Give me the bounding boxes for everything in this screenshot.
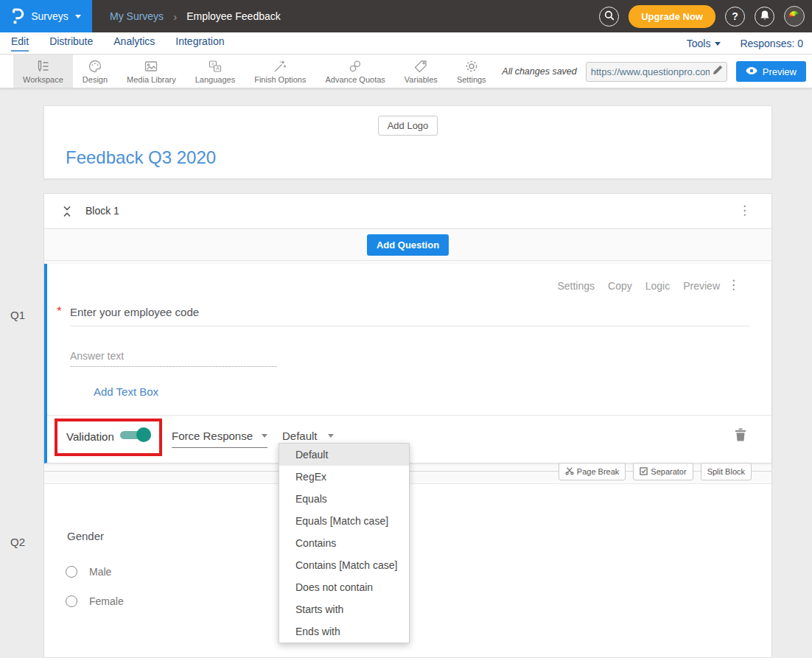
chevron-down-icon [715, 42, 721, 46]
tabbar-right: Tools Responses: 0 [687, 32, 803, 55]
product-switcher[interactable]: Surveys [0, 0, 92, 32]
dropdown-option[interactable]: RegEx [279, 466, 409, 488]
toolbar-item-languages[interactable]: x A Languages [186, 55, 245, 88]
toolbar-item-media-library[interactable]: Media Library [117, 55, 186, 88]
validation-type-value: Default [282, 430, 318, 442]
dropdown-option[interactable]: Starts with [279, 598, 409, 620]
radio-label[interactable]: Female [89, 595, 124, 607]
add-question-button[interactable]: Add Question [367, 234, 449, 256]
question-logic-link[interactable]: Logic [645, 280, 670, 292]
add-question-strip: Add Question [44, 229, 771, 261]
chevron-down-icon [262, 434, 267, 438]
scissors-icon [565, 466, 574, 477]
toolbar-label: Languages [195, 75, 235, 84]
tools-menu[interactable]: Tools [687, 38, 721, 49]
separator-button[interactable]: Separator [633, 463, 693, 480]
tab-integration[interactable]: Integration [175, 35, 224, 52]
toolbar-label: Settings [457, 75, 486, 84]
help-button[interactable]: ? [725, 7, 745, 27]
notifications-button[interactable] [755, 7, 774, 27]
preview-button[interactable]: Preview [736, 61, 806, 82]
survey-header-card: Add Logo Feedback Q3 2020 [43, 105, 772, 179]
dropdown-option[interactable]: Does not contain [279, 576, 409, 598]
question-menu: Settings Copy Logic Preview [557, 280, 720, 292]
toolbar-label: Advance Quotas [325, 75, 385, 84]
delete-question-button[interactable] [735, 428, 746, 444]
tab-edit[interactable]: Edit [11, 35, 29, 52]
autosave-status: All changes saved [502, 66, 576, 77]
upgrade-now-button[interactable]: Upgrade Now [629, 5, 715, 28]
toggle-knob [136, 427, 151, 442]
block-title[interactable]: Block 1 [85, 205, 119, 217]
account-avatar[interactable] [784, 6, 805, 27]
gear-icon [464, 59, 479, 74]
tab-analytics[interactable]: Analytics [113, 35, 155, 52]
survey-title[interactable]: Feedback Q3 2020 [66, 147, 216, 168]
dropdown-option[interactable]: Equals [Match case] [279, 510, 409, 532]
survey-url-box [586, 62, 727, 82]
toolbar-item-design[interactable]: Design [73, 55, 117, 88]
force-response-select[interactable]: Force Response [172, 430, 267, 448]
collapse-block-icon[interactable] [63, 206, 71, 220]
magic-wand-icon [273, 59, 287, 74]
toolbar-right: All changes saved Preview [502, 55, 806, 88]
question-settings-link[interactable]: Settings [557, 280, 595, 292]
split-block-button[interactable]: Split Block [701, 463, 752, 480]
tab-distribute[interactable]: Distribute [49, 35, 93, 52]
dropdown-option[interactable]: Contains [279, 532, 409, 554]
separator-label: Separator [651, 467, 686, 476]
page-break-button[interactable]: Page Break [559, 463, 626, 480]
toolbar-item-workspace[interactable]: Workspace [13, 55, 73, 88]
edit-url-pencil-icon[interactable] [713, 65, 722, 78]
breadcrumb-my-surveys[interactable]: My Surveys [110, 10, 164, 22]
radio-label[interactable]: Male [89, 566, 111, 578]
preview-label: Preview [763, 66, 797, 77]
add-text-box-link[interactable]: Add Text Box [94, 385, 158, 398]
radio-button-female[interactable] [66, 595, 77, 607]
answer-text-placeholder[interactable]: Answer text [70, 350, 124, 362]
svg-text:A: A [216, 66, 220, 71]
breadcrumb-current-survey: Employee Feedback [186, 10, 281, 22]
question-copy-link[interactable]: Copy [608, 280, 632, 292]
question-text[interactable]: Gender [67, 530, 104, 542]
toolbar-item-settings[interactable]: Settings [447, 55, 496, 88]
top-bar: Surveys My Surveys › Employee Feedback U… [0, 0, 812, 32]
validation-toggle[interactable] [120, 427, 151, 442]
question-preview-link[interactable]: Preview [683, 280, 720, 292]
checkbox-checked-icon [640, 467, 648, 477]
answer-option-row: Female [66, 595, 124, 607]
product-name: Surveys [31, 10, 69, 22]
survey-url-input[interactable] [591, 66, 710, 77]
chain-links-icon [348, 59, 363, 74]
dropdown-option[interactable]: Equals [279, 488, 409, 510]
breadcrumb: My Surveys › Employee Feedback [110, 10, 281, 23]
add-logo-button[interactable]: Add Logo [378, 116, 438, 136]
block-footer-buttons: Page Break Separator Split Block [559, 463, 752, 480]
toolbar-item-variables[interactable]: Variables [395, 55, 447, 88]
question-menu-kebab-icon[interactable]: ⋮ [727, 279, 740, 291]
question-index-q2: Q2 [10, 536, 25, 548]
dropdown-option[interactable]: Ends with [279, 620, 409, 643]
validation-label: Validation [66, 430, 114, 443]
answer-text-field-line[interactable] [70, 366, 277, 367]
survey-editor-screen: Surveys My Surveys › Employee Feedback U… [0, 0, 812, 658]
toolbar-label: Variables [405, 75, 438, 84]
eye-icon [746, 66, 757, 77]
block-header: Block 1 ⋮ [44, 194, 771, 229]
translate-icon: x A [208, 59, 223, 74]
question-1-card[interactable]: Settings Copy Logic Preview ⋮ * Enter yo… [44, 264, 771, 463]
tools-label: Tools [687, 38, 711, 49]
toolbar-item-advance-quotas[interactable]: Advance Quotas [315, 55, 394, 88]
search-button[interactable] [599, 7, 619, 27]
palette-icon [88, 59, 102, 74]
toolbar-item-finish-options[interactable]: Finish Options [245, 55, 315, 88]
dropdown-option[interactable]: Contains [Match case] [279, 554, 409, 576]
question-text[interactable]: Enter your employee code [70, 306, 199, 318]
question-index-q1: Q1 [10, 309, 25, 321]
required-marker: * [57, 304, 62, 319]
image-icon [144, 59, 158, 74]
toolbar-label: Finish Options [254, 75, 306, 84]
radio-button-male[interactable] [66, 566, 77, 578]
dropdown-option[interactable]: Default [279, 444, 409, 466]
block-menu-kebab-icon[interactable]: ⋮ [738, 204, 751, 217]
